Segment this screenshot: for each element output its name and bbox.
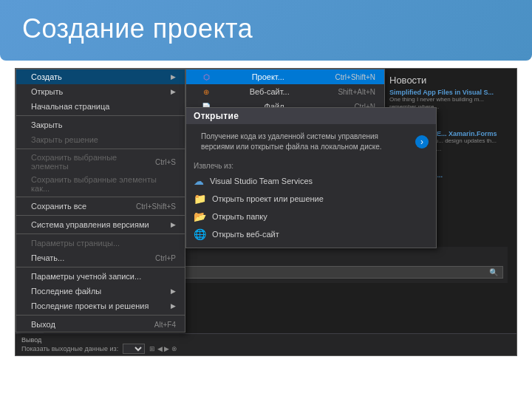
open-panel: Открытие Получение кода из удаленной сис…: [185, 107, 437, 248]
dd-create[interactable]: Создать ▶: [16, 69, 185, 84]
news-title: Новости: [389, 75, 508, 86]
dd-save-selected-as: Сохранить выбранные элементы как...: [16, 173, 185, 195]
news-item-1-title: Simplified App Files in Visual S...: [389, 89, 508, 96]
create-project-shortcut: Ctrl+Shift+N: [335, 73, 375, 81]
open-option-project[interactable]: 📁 Открыть проект или решение: [186, 190, 436, 208]
dd-exit[interactable]: Выход Alt+F4: [16, 317, 185, 332]
slide-header: Создание проекта: [0, 0, 532, 61]
dd-account-label: Параметры учетной записи...: [31, 272, 141, 281]
dd-start[interactable]: Начальная страница: [16, 99, 185, 114]
output-title: Вывод: [21, 336, 41, 344]
dd-sep-4: [16, 215, 185, 216]
open-website-label: Открыть веб-сайт: [212, 230, 279, 239]
create-project-label: Проект...: [252, 72, 284, 81]
dd-print-label: Печать...: [31, 253, 64, 262]
output-select[interactable]: [123, 344, 145, 354]
open-description-row: Получение кода из удаленной системы упра…: [186, 124, 436, 160]
dd-sep-1: [16, 115, 185, 116]
dd-save-all-label: Сохранить все: [31, 202, 86, 211]
dd-start-label: Начальная страница: [31, 102, 109, 111]
open-folder-icon: 📂: [194, 211, 206, 222]
open-project-label: Открыть проект или решение: [212, 194, 324, 203]
dd-recent-files[interactable]: Последние файлы ▶: [16, 284, 185, 299]
output-toolbar-icons: ⊞ ◀ ▶ ⊗: [149, 345, 177, 352]
create-website-shortcut: Shift+Alt+N: [338, 88, 375, 96]
create-website-icon: ⊕: [201, 86, 211, 97]
open-option-folder[interactable]: 📂 Открыть папку: [186, 208, 436, 225]
dd-open-label: Открыть: [31, 87, 63, 96]
create-website[interactable]: ⊕ Веб-сайт... Shift+Alt+N: [186, 84, 384, 99]
dd-recent-projects-arrow: ▶: [171, 302, 176, 310]
search-icon: 🔍: [489, 268, 498, 276]
dd-exit-shortcut: Alt+F4: [154, 321, 176, 329]
dd-sep-6: [16, 267, 185, 267]
vs-output-row: Вывод: [21, 336, 511, 344]
dd-vcs-arrow: ▶: [171, 221, 176, 228]
dd-recent-projects-label: Последние проекты и решения: [31, 301, 149, 310]
dd-save-selected-shortcut: Ctrl+S: [155, 158, 176, 166]
dd-vcs-label: Система управления версиями: [31, 220, 149, 229]
dd-sep-5: [16, 233, 185, 234]
open-arrow-btn[interactable]: ›: [415, 135, 429, 149]
dd-account[interactable]: Параметры учетной записи...: [16, 269, 185, 284]
dd-save-selected-label: Сохранить выбранные элементы: [31, 153, 140, 171]
vs-output-bar: Вывод Показать выходные данные из: ⊞ ◀ ▶…: [16, 333, 516, 355]
dd-close-solution: Закрыть решение: [16, 132, 185, 147]
dd-page-setup: Параметры страницы...: [16, 236, 185, 250]
dd-print-shortcut: Ctrl+P: [155, 254, 176, 262]
dd-recent-projects[interactable]: Последние проекты и решения ▶: [16, 299, 185, 313]
dd-close-label: Закрыть: [31, 120, 62, 129]
dd-open-arrow: ▶: [171, 88, 176, 95]
dd-recent-files-label: Последние файлы: [31, 287, 101, 296]
open-website-icon: 🌐: [194, 228, 206, 240]
create-project[interactable]: ⬡ Проект... Ctrl+Shift+N: [186, 69, 384, 84]
dd-save-selected: Сохранить выбранные элементы Ctrl+S: [16, 151, 185, 173]
create-website-label: Веб-сайт...: [250, 87, 290, 96]
open-option-website[interactable]: 🌐 Открыть веб-сайт: [186, 225, 436, 243]
open-option-vsts[interactable]: ☁ Visual Studio Team Services: [186, 172, 436, 190]
dd-page-setup-label: Параметры страницы...: [31, 239, 120, 248]
dd-create-arrow: ▶: [171, 73, 176, 81]
dd-sep-7: [16, 315, 185, 316]
dd-print[interactable]: Печать... Ctrl+P: [16, 250, 185, 265]
vs-output-controls: Показать выходные данные из: ⊞ ◀ ▶ ⊗: [21, 344, 511, 354]
open-description: Получение кода из удаленной системы упра…: [194, 127, 415, 157]
open-project-icon: 📁: [194, 193, 206, 205]
file-dropdown[interactable]: Создать ▶ Открыть ▶ Начальная страница З…: [16, 69, 185, 332]
output-label: Показать выходные данные из:: [21, 345, 118, 352]
vsts-icon: ☁: [194, 175, 204, 187]
dd-save-all[interactable]: Сохранить все Ctrl+Shift+S: [16, 199, 185, 214]
dd-vcs[interactable]: Система управления версиями ▶: [16, 217, 185, 232]
dd-save-selected-as-label: Сохранить выбранные элементы как...: [31, 175, 176, 193]
slide-title: Создание проекта: [22, 13, 510, 44]
open-panel-title: Открытие: [186, 108, 436, 124]
dd-sep-3: [16, 197, 185, 197]
dd-recent-files-arrow: ▶: [171, 287, 176, 295]
vs-screenshot: VS Начальная страница - Microsoft Visual…: [15, 68, 517, 356]
dd-exit-label: Выход: [31, 320, 55, 329]
dd-sep-2: [16, 149, 185, 149]
vsts-label: Visual Studio Team Services: [210, 177, 313, 185]
dd-open[interactable]: Открыть ▶: [16, 84, 185, 99]
dd-create-label: Создать: [31, 72, 62, 81]
create-project-icon: ⬡: [201, 72, 211, 82]
dd-save-all-shortcut: Ctrl+Shift+S: [136, 202, 176, 211]
dd-close[interactable]: Закрыть: [16, 117, 185, 132]
open-folder-label: Открыть папку: [212, 212, 267, 221]
dd-close-solution-label: Закрыть решение: [31, 135, 98, 144]
open-extract-label: Извлечь из:: [186, 160, 436, 172]
